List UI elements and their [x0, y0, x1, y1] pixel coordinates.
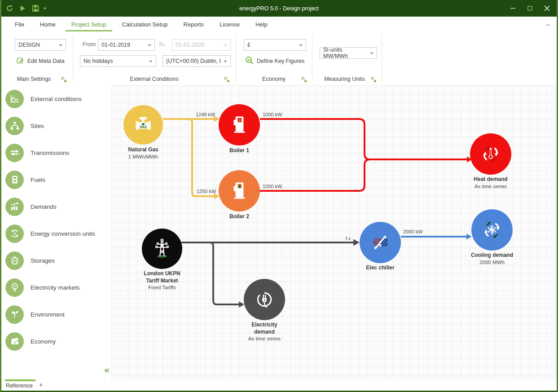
body-area: External conditions Sites Transmissions …	[1, 85, 557, 379]
group-label-main-settings: Main Settings	[1, 76, 66, 82]
close-button[interactable]	[538, 2, 555, 15]
from-label: From	[83, 41, 96, 48]
timezone-select[interactable]: (UTC+00:00) Dublin, I	[163, 55, 231, 67]
node-electricity-demand[interactable]	[244, 279, 285, 320]
plug-icon	[253, 288, 276, 311]
sidebar-item-storages[interactable]: Storages	[1, 247, 111, 274]
to-label: To	[158, 41, 164, 48]
menu-home[interactable]: Home	[34, 21, 62, 31]
cooling-demand-icon	[480, 218, 504, 242]
edge-label: 2000 kW	[403, 229, 422, 234]
tab-reference[interactable]: Reference	[5, 379, 35, 389]
node-label: Elec chiller	[342, 264, 418, 272]
hierarchy-icon	[5, 117, 24, 135]
node-cooling-demand[interactable]	[471, 209, 513, 251]
design-mode-select[interactable]: DESIGN	[15, 39, 66, 51]
sidebar-item-external-conditions[interactable]: External conditions	[1, 85, 111, 112]
menu-help[interactable]: Help	[250, 21, 273, 31]
title-bar: energyPRO 5.0 - Design project	[0, 0, 558, 17]
tab-bar: Reference +	[1, 379, 557, 391]
refresh-icon[interactable]	[5, 4, 14, 13]
from-date-select[interactable]: 01-01-2019	[98, 39, 155, 51]
gas-valve-icon: GAS	[132, 114, 154, 136]
boiler-icon	[228, 180, 250, 202]
play-icon[interactable]	[18, 4, 27, 13]
holidays-select[interactable]: No holidays	[80, 55, 156, 67]
ribbon-divider	[312, 35, 312, 82]
dialog-launcher-icon[interactable]	[371, 77, 376, 82]
units-select[interactable]: SI-units MW/MWh	[320, 47, 377, 59]
ribbon-divider	[382, 35, 382, 82]
fuel-pump-icon	[5, 171, 24, 189]
window-title: energyPRO 5.0 - Design project	[0, 5, 558, 12]
sidebar-item-demands[interactable]: Demands	[1, 193, 111, 220]
ribbon: DESIGN Edit Meta Data Main Settings From…	[1, 31, 557, 85]
save-icon[interactable]	[31, 4, 40, 13]
arrowhead	[239, 301, 244, 308]
node-label: London UKPN Tariff MarketFixed Tariffs	[124, 270, 200, 291]
node-label: Electricity demandAs time series	[226, 322, 303, 342]
sidebar-item-fuels[interactable]: Fuels	[1, 166, 111, 193]
node-london-ukpn[interactable]	[142, 229, 182, 269]
add-tab-button[interactable]: +	[35, 379, 45, 388]
edge-label: 1249 kW	[196, 112, 215, 117]
group-label-economy: Economy	[236, 76, 312, 82]
menu-reports[interactable]: Reports	[178, 21, 210, 31]
sidebar-collapse-button[interactable]: «	[104, 365, 110, 374]
svg-text:GAS: GAS	[140, 125, 147, 129]
node-boiler-2[interactable]	[219, 170, 260, 211]
app-window: energyPRO 5.0 - Design project File Home…	[0, 0, 558, 392]
dialog-launcher-icon[interactable]	[62, 77, 66, 82]
sidebar-item-environment[interactable]: Environment	[1, 301, 111, 328]
sidebar-item-transmissions[interactable]: Transmissions	[1, 139, 111, 166]
edge-boiler1-to-heat[interactable]	[260, 119, 467, 159]
key-figures-icon	[245, 56, 254, 66]
edge-label-fx: f x	[346, 236, 351, 241]
arrowhead	[353, 239, 360, 246]
pylon-icon	[150, 237, 174, 260]
curve-icon	[5, 90, 24, 108]
menu-calculation-setup[interactable]: Calculation Setup	[116, 21, 174, 31]
collapse-ribbon-icon[interactable]	[546, 20, 550, 28]
leaf-icon	[5, 305, 24, 324]
menu-project-setup[interactable]: Project Setup	[66, 21, 112, 31]
dialog-launcher-icon[interactable]	[302, 77, 307, 82]
battery-icon	[5, 251, 24, 270]
node-label: Heat demandAs time series	[453, 176, 529, 190]
menu-file[interactable]: File	[9, 21, 30, 31]
arrowhead	[466, 234, 472, 240]
node-label: Boiler 2	[201, 213, 277, 220]
bar-chart-icon	[5, 198, 24, 216]
node-natural-gas[interactable]: GAS	[123, 105, 163, 145]
money-icon	[5, 332, 24, 351]
sidebar-item-sites[interactable]: Sites	[1, 112, 111, 139]
define-key-figures-button[interactable]: Define Key Figures	[245, 56, 304, 66]
diagram-canvas[interactable]: 1249 kW 1250 kW 1000 kW 1000 kW 2000 kW …	[111, 85, 557, 379]
sidebar-item-electricity-markets[interactable]: Electricity markets	[1, 274, 111, 301]
bulb-icon	[5, 278, 24, 297]
currency-select[interactable]: £	[244, 39, 306, 51]
group-label-measuring-units: Measuring Units	[312, 76, 377, 82]
edge-market-to-elec-demand[interactable]	[210, 242, 239, 304]
dialog-launcher-icon[interactable]	[224, 77, 229, 82]
to-date-select[interactable]: 01-01-2020	[172, 39, 231, 51]
edge-gas-to-boiler2[interactable]	[189, 119, 214, 196]
edge-label: 1000 kW	[263, 112, 282, 117]
conversion-icon	[5, 225, 24, 243]
node-elec-chiller[interactable]	[360, 222, 401, 263]
save-dropdown-caret[interactable]	[43, 8, 47, 9]
chiller-icon	[369, 231, 392, 254]
node-label: Natural Gas1 MWh/MWh	[105, 146, 181, 160]
node-label: Cooling demand2000 MWh	[454, 252, 530, 266]
maximize-button[interactable]	[521, 2, 538, 15]
sidebar-item-economy[interactable]: Economy	[1, 328, 111, 355]
menu-license[interactable]: License	[214, 21, 246, 31]
sidebar-item-energy-conversion-units[interactable]: Energy conversion units	[1, 220, 111, 247]
node-heat-demand[interactable]	[470, 133, 511, 175]
edit-meta-data-button[interactable]: Edit Meta Data	[17, 57, 65, 66]
node-boiler-1[interactable]	[219, 104, 260, 145]
group-label-external-conditions: External Conditions	[73, 76, 236, 82]
edit-icon	[17, 57, 24, 66]
minimize-button[interactable]	[504, 2, 521, 15]
menu-bar: File Home Project Setup Calculation Setu…	[1, 17, 557, 31]
